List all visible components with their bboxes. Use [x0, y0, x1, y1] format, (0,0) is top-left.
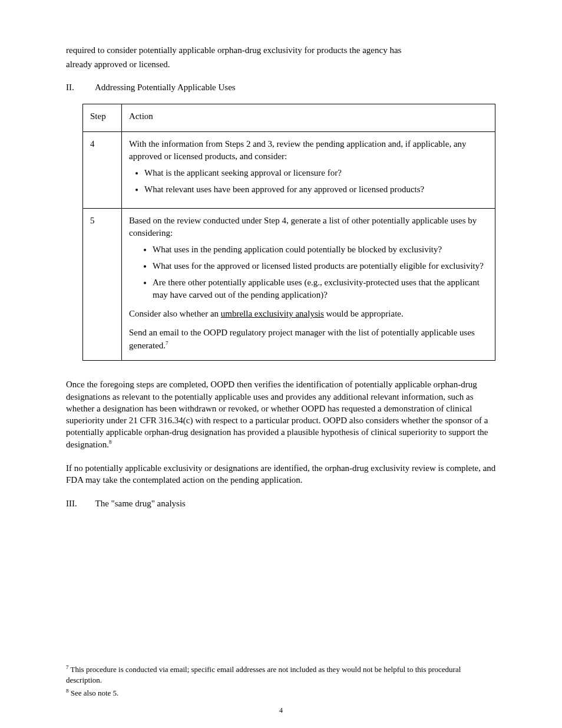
- footnote-7-text: This procedure is conducted via email; s…: [66, 665, 461, 684]
- post-p1: Once the foregoing steps are completed, …: [66, 378, 496, 450]
- section-title-3: The "same drug" analysis: [95, 499, 185, 508]
- row-bullets: What uses in the pending application cou…: [129, 243, 488, 302]
- page-number: 4: [0, 706, 562, 715]
- list-item: What uses in the pending application cou…: [153, 243, 488, 256]
- step-number: 4: [83, 131, 122, 208]
- pre-paragraph: required to consider potentially applica…: [66, 44, 496, 93]
- table-row: 4 With the information from Steps 2 and …: [83, 131, 495, 208]
- umbrella-link[interactable]: umbrella exclusivity analysis: [221, 309, 324, 318]
- procedure-table: Step Action 4 With the information from …: [82, 104, 495, 361]
- row-note-email: Send an email to the OOPD regulatory pro…: [129, 327, 488, 353]
- note2-text: Send an email to the OOPD regulatory pro…: [129, 328, 475, 350]
- section-title-2: Addressing Potentially Applicable Uses: [95, 83, 236, 92]
- section-heading-3: III. The "same drug" analysis: [66, 498, 496, 509]
- section-number-2: II.: [66, 81, 93, 93]
- list-item: Are there other potentially applicable u…: [153, 276, 488, 302]
- post-p1-text: Once the foregoing steps are completed, …: [66, 380, 488, 449]
- table-header-row: Step Action: [83, 104, 495, 131]
- footnote-ref-7: 7: [166, 340, 168, 346]
- list-item: What is the applicant seeking approval o…: [144, 167, 488, 180]
- page: required to consider potentially applica…: [0, 0, 562, 728]
- step-action: Based on the review conducted under Step…: [122, 208, 495, 361]
- table-row: 5 Based on the review conducted under St…: [83, 208, 495, 361]
- row-bullets: What is the applicant seeking approval o…: [129, 167, 488, 196]
- footnote-mark-8: 8: [66, 688, 69, 694]
- footnote-ref-8: 8: [109, 439, 112, 445]
- row-intro: With the information from Steps 2 and 3,…: [129, 138, 488, 164]
- pre-line-2: already approved or licensed.: [66, 58, 496, 70]
- section-number-3: III.: [66, 498, 93, 509]
- row-intro: Based on the review conducted under Step…: [129, 215, 488, 241]
- post-p2: If no potentially applicable exclusivity…: [66, 462, 496, 486]
- pre-line-1: required to consider potentially applica…: [66, 44, 496, 56]
- note-text-b: would be appropriate.: [324, 309, 404, 318]
- header-action: Action: [122, 104, 495, 131]
- list-item: What relevant uses have been approved fo…: [144, 183, 488, 196]
- footnote-mark-7: 7: [66, 664, 69, 670]
- list-item: What uses for the approved or licensed l…: [153, 260, 488, 273]
- step-number: 5: [83, 208, 122, 361]
- note-text-a: Consider also whether an: [129, 309, 221, 318]
- row-note-umbrella: Consider also whether an umbrella exclus…: [129, 308, 488, 321]
- footnote-8-text: See also note 5.: [71, 689, 119, 697]
- step-action: With the information from Steps 2 and 3,…: [122, 131, 495, 208]
- footnotes: 7 This procedure is conducted via email;…: [66, 664, 496, 701]
- footnote-8: 8 See also note 5.: [66, 687, 496, 699]
- header-step: Step: [83, 104, 122, 131]
- post-paragraphs: Once the foregoing steps are completed, …: [66, 378, 496, 509]
- footnote-7: 7 This procedure is conducted via email;…: [66, 664, 496, 685]
